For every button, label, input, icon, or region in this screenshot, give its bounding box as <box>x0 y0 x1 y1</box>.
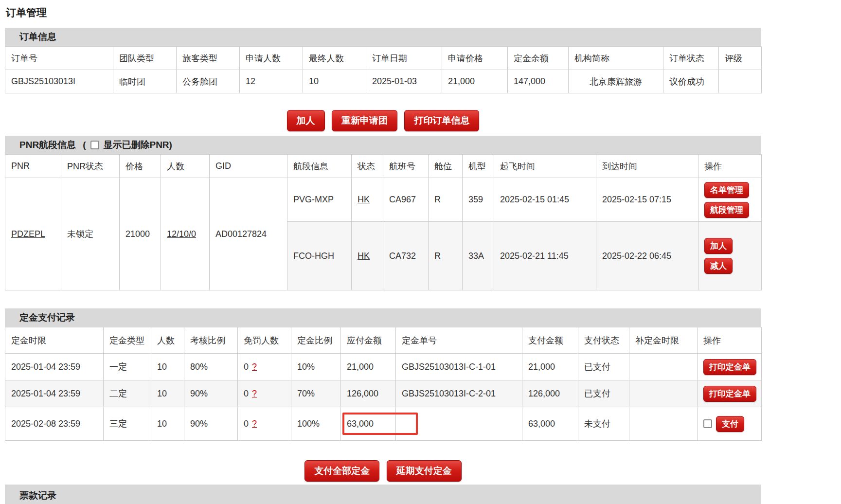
pay-button[interactable]: 支付 <box>716 416 744 432</box>
col-pax: 人数 <box>161 155 210 178</box>
col-order-status: 订单状态 <box>663 47 719 70</box>
amount-paid: 63,000 <box>522 407 578 441</box>
pay-status: 未支付 <box>578 407 629 441</box>
col-extra-deadline: 补定金时限 <box>629 327 698 354</box>
deposit-type: 一定 <box>104 354 151 380</box>
col-agency: 机构简称 <box>569 47 663 70</box>
print-deposit-slip-button[interactable]: 打印定金单 <box>703 386 756 402</box>
deposit-ratio: 70% <box>291 380 341 407</box>
order-info-header-row: 订单号 团队类型 旅客类型 申请人数 最终人数 订单日期 申请价格 定金余额 机… <box>5 47 762 70</box>
order-date-value: 2025-01-03 <box>366 70 442 93</box>
print-deposit-slip-button[interactable]: 打印定金单 <box>703 359 756 375</box>
segment-status-cell: HK <box>352 178 383 222</box>
deposit-type: 三定 <box>104 407 151 441</box>
segment-status-link[interactable]: HK <box>358 251 370 261</box>
col-deposit-balance: 定金余额 <box>508 47 569 70</box>
deposit-row-3: 2025-02-08 23:59 三定 10 90% 0? 100% 63,00… <box>5 407 762 441</box>
exempt-pax: 0 <box>244 362 249 372</box>
col-final-pax: 最终人数 <box>303 47 366 70</box>
col-applied-pax: 申请人数 <box>240 47 303 70</box>
amount-due-cell-highlighted: 63,000 <box>341 407 396 441</box>
col-deposit-ops: 操作 <box>698 327 762 354</box>
col-amount-paid: 支付金额 <box>522 327 578 354</box>
exempt-pax: 0 <box>244 419 249 429</box>
segment-flight: CA732 <box>383 222 429 290</box>
pax-type-value: 公务舱团 <box>177 70 240 93</box>
pnr-pax-cell: 12/10/0 <box>161 178 210 290</box>
pnr-segment-row-1: PDZEPL 未锁定 21000 12/10/0 AD00127824 PVG-… <box>5 178 762 222</box>
paren-open: ( <box>83 140 86 150</box>
pnr-section-bar: PNR航段信息 ( 显示已删除PNR) <box>5 136 761 154</box>
order-info-section-title: 订单信息 <box>19 31 56 43</box>
deposit-pax: 10 <box>151 380 184 407</box>
extra-deadline <box>629 380 698 407</box>
col-amount-due: 应付金额 <box>341 327 396 354</box>
page-title: 订单管理 <box>6 6 841 19</box>
amount-due: 63,000 <box>347 419 374 429</box>
add-person-button[interactable]: 加人 <box>287 110 325 131</box>
deposit-header-row: 定金时限 定金类型 人数 考核比例 免罚人数 定金比例 应付金额 定金单号 支付… <box>5 327 762 354</box>
name-list-manage-button[interactable]: 名单管理 <box>704 182 749 198</box>
segment-add-person-button[interactable]: 加人 <box>704 238 733 254</box>
col-arrival-time: 到达时间 <box>596 155 698 178</box>
segment-ops-cell: 加人 减人 <box>698 222 762 290</box>
deposit-deadline: 2025-01-04 23:59 <box>5 380 104 407</box>
col-order-no: 订单号 <box>5 47 113 70</box>
extra-deadline <box>629 407 698 441</box>
order-no-value: GBJS25103013I <box>5 70 113 93</box>
col-segment-info: 航段信息 <box>287 155 352 178</box>
pnr-pax-link[interactable]: 12/10/0 <box>167 229 196 239</box>
col-gid: GID <box>210 155 287 178</box>
show-deleted-pnr-checkbox[interactable] <box>90 141 99 149</box>
order-info-section-bar: 订单信息 <box>5 28 761 46</box>
segment-route: PVG-MXP <box>287 178 352 222</box>
applied-price-value: 21,000 <box>442 70 508 93</box>
deposit-deadline: 2025-01-04 23:59 <box>5 354 104 380</box>
deposit-ratio: 10% <box>291 354 341 380</box>
segment-departure: 2025-02-21 11:45 <box>494 222 596 290</box>
print-order-info-button[interactable]: 打印订单信息 <box>404 110 479 131</box>
extra-deadline <box>629 354 698 380</box>
deposit-ops-cell: 打印定金单 <box>698 380 762 407</box>
pnr-code-link[interactable]: PDZEPL <box>11 229 45 239</box>
applied-pax-value: 12 <box>240 70 303 93</box>
reapply-group-button[interactable]: 重新申请团 <box>332 110 397 131</box>
deposit-no: GBJS25103013I-C-1-01 <box>396 354 522 380</box>
amount-paid: 126,000 <box>522 380 578 407</box>
col-deposit-deadline: 定金时限 <box>5 327 104 354</box>
segment-manage-button[interactable]: 航段管理 <box>704 202 749 218</box>
final-pax-value: 10 <box>303 70 366 93</box>
deposit-pax: 10 <box>151 354 184 380</box>
col-deposit-no: 定金单号 <box>396 327 522 354</box>
pay-all-deposits-button[interactable]: 支付全部定金 <box>304 460 379 482</box>
deposit-deadline: 2025-02-08 23:59 <box>5 407 104 441</box>
deposit-actions-row: 支付全部定金 延期支付定金 <box>5 460 761 482</box>
rating-value <box>719 70 762 93</box>
col-flight-no: 航班号 <box>383 155 429 178</box>
pay-status: 已支付 <box>578 354 629 380</box>
exempt-help-link[interactable]: ? <box>252 389 257 398</box>
defer-deposit-payment-button[interactable]: 延期支付定金 <box>387 460 462 482</box>
amount-paid: 21,000 <box>522 354 578 380</box>
segment-arrival: 2025-02-22 06:45 <box>596 222 698 290</box>
deposit-row-2: 2025-01-04 23:59 二定 10 90% 0? 70% 126,00… <box>5 380 762 407</box>
amount-due: 21,000 <box>341 354 396 380</box>
exempt-help-link[interactable]: ? <box>252 419 257 429</box>
col-pnr-status: PNR状态 <box>61 155 120 178</box>
group-type-value: 临时团 <box>113 70 177 93</box>
deposit-pax: 10 <box>151 407 184 441</box>
exempt-pax-cell: 0? <box>238 407 291 441</box>
col-pay-status: 支付状态 <box>578 327 629 354</box>
assess-ratio: 90% <box>184 407 238 441</box>
deposit-no <box>396 407 522 441</box>
exempt-help-link[interactable]: ? <box>252 362 257 372</box>
pay-select-checkbox[interactable] <box>703 419 712 428</box>
deposit-ratio: 100% <box>291 407 341 441</box>
col-seg-status: 状态 <box>352 155 383 178</box>
segment-status-link[interactable]: HK <box>358 195 370 204</box>
pnr-price-cell: 21000 <box>120 178 161 290</box>
ticket-section-title: 票款记录 <box>19 489 56 502</box>
segment-remove-person-button[interactable]: 减人 <box>704 258 733 274</box>
segment-departure: 2025-02-15 01:45 <box>494 178 596 222</box>
pnr-table: PNR PNR状态 价格 人数 GID 航段信息 状态 航班号 舱位 机型 起飞… <box>5 154 762 290</box>
